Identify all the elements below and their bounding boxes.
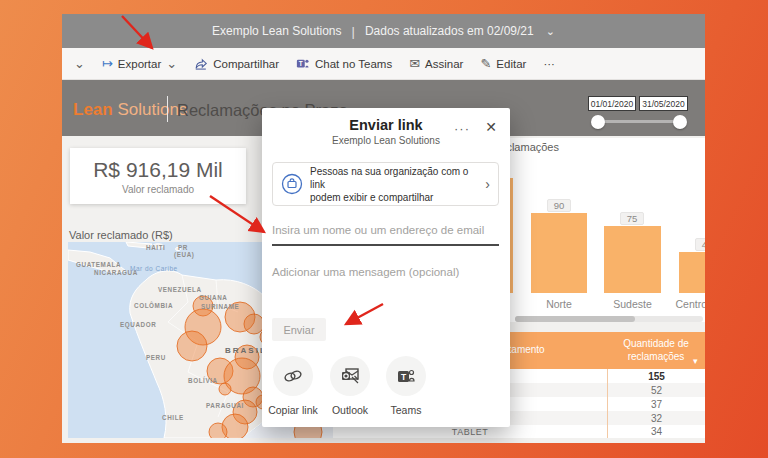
map-label: GUIANA [199, 294, 227, 301]
map-label: PARAGUAI [206, 402, 244, 409]
outlook-button[interactable] [330, 356, 370, 396]
teams-icon: T [395, 365, 417, 387]
horizontal-scrollbar[interactable] [515, 316, 703, 322]
data-updated-text[interactable]: Dados atualizados em 02/09/21 [365, 24, 534, 38]
map-label: SURINAME [201, 303, 239, 310]
report-toolbar: ⌄ ↦ Exportar ⌄ Compartilhar T Chat no Te… [62, 48, 705, 80]
bar-centro-oeste[interactable] [679, 252, 705, 293]
map-label: CHILE [162, 414, 184, 421]
teams-label: Teams [381, 404, 431, 416]
teams-icon: T [296, 57, 310, 71]
outlook-icon [339, 365, 361, 387]
map-label: BRASIL [225, 346, 267, 355]
share-icon [194, 57, 208, 71]
map-label: PERU [146, 354, 166, 361]
copy-link-button[interactable] [273, 356, 313, 396]
close-icon[interactable]: ✕ [485, 119, 497, 135]
kpi-card-valor-reclamado: R$ 916,19 Mil Valor reclamado [70, 148, 246, 204]
map-label: GUATEMALA [76, 261, 121, 268]
link-icon [282, 365, 304, 387]
header-divider [167, 96, 168, 122]
map-label: COLÔMBIA [134, 301, 173, 309]
teams-button[interactable]: T [386, 356, 426, 396]
subscribe-button[interactable]: ✉ Assinar [409, 57, 463, 70]
share-button[interactable]: Compartilhar [194, 57, 279, 71]
map-label: PR [178, 244, 188, 251]
organization-icon [281, 173, 303, 195]
send-button[interactable]: Enviar [272, 318, 326, 341]
dialog-subtitle: Exemplo Lean Solutions [262, 135, 510, 146]
dialog-title: Enviar link [262, 117, 510, 133]
sort-descending-icon[interactable]: ▾ [693, 356, 698, 366]
send-link-dialog: Enviar link Exemplo Lean Solutions ··· ✕… [262, 108, 510, 427]
map-sea-label: Mar do Caribe [130, 265, 178, 272]
dialog-more-options-button[interactable]: ··· [454, 121, 470, 136]
category-label-norte: Norte [531, 298, 587, 310]
chat-in-teams-button[interactable]: T Chat no Teams [296, 57, 392, 71]
chevron-down-icon: ⌄ [166, 57, 177, 70]
map-title: Valor reclamado (R$) [69, 229, 173, 241]
kpi-value: R$ 916,19 Mil [93, 158, 223, 182]
bar-sudeste[interactable] [604, 226, 661, 293]
svg-text:T: T [401, 372, 407, 382]
kpi-label: Valor reclamado [122, 184, 194, 195]
email-input[interactable] [272, 220, 499, 246]
powerbi-window: Exemplo Lean Solutions | Dados atualizad… [62, 14, 705, 443]
date-slider-handle-start[interactable] [591, 115, 605, 129]
map-label: HAITI [146, 244, 165, 251]
column-header-quantidade[interactable]: Quantidade de reclamações [607, 338, 705, 363]
envelope-icon: ✉ [409, 57, 420, 70]
bar-norte[interactable] [531, 213, 587, 293]
audience-description: Pessoas na sua organização com o link po… [310, 165, 485, 204]
map-label: EQUADOR [120, 321, 156, 329]
edit-button[interactable]: ✎ Editar [480, 57, 526, 70]
category-label-sudeste: Sudeste [604, 298, 661, 310]
export-button[interactable]: ↦ Exportar ⌄ [102, 57, 177, 70]
link-audience-button[interactable]: Pessoas na sua organização com o link po… [272, 162, 499, 206]
collapse-chevron-icon[interactable]: ⌄ [74, 57, 85, 70]
outlook-label: Outlook [323, 404, 377, 416]
bar-value-label: 75 [620, 212, 644, 225]
pencil-icon: ✎ [480, 57, 491, 70]
title-separator: | [352, 24, 355, 39]
category-label-centro-oeste: Centro-Oeste [672, 298, 705, 310]
chevron-right-icon: › [485, 176, 490, 192]
export-icon: ↦ [102, 57, 113, 70]
date-end-input[interactable]: 31/05/2020 [639, 96, 688, 111]
date-slider-handle-end[interactable] [673, 115, 687, 129]
report-title: Exemplo Lean Solutions [212, 24, 341, 38]
date-start-input[interactable]: 01/01/2020 [588, 96, 636, 111]
app-title-bar: Exemplo Lean Solutions | Dados atualizad… [62, 14, 705, 48]
scrollbar-thumb[interactable] [515, 316, 635, 322]
map-label: BOLÍVIA [188, 376, 218, 384]
chevron-down-icon[interactable]: ⌄ [546, 25, 555, 38]
more-options-button[interactable]: ··· [543, 58, 555, 70]
brand-logo: Lean Solutions [73, 100, 187, 120]
message-input[interactable]: Adicionar uma mensagem (opcional) [272, 266, 459, 278]
bar-value-label: 90 [547, 199, 571, 212]
date-slider-track [598, 120, 680, 123]
svg-text:T: T [299, 59, 303, 66]
copy-link-label: Copiar link [264, 404, 322, 416]
map-label: VENEZUELA [158, 286, 202, 293]
bar-value-label: 46 [695, 238, 705, 251]
map-label: (EUA) [174, 251, 195, 259]
